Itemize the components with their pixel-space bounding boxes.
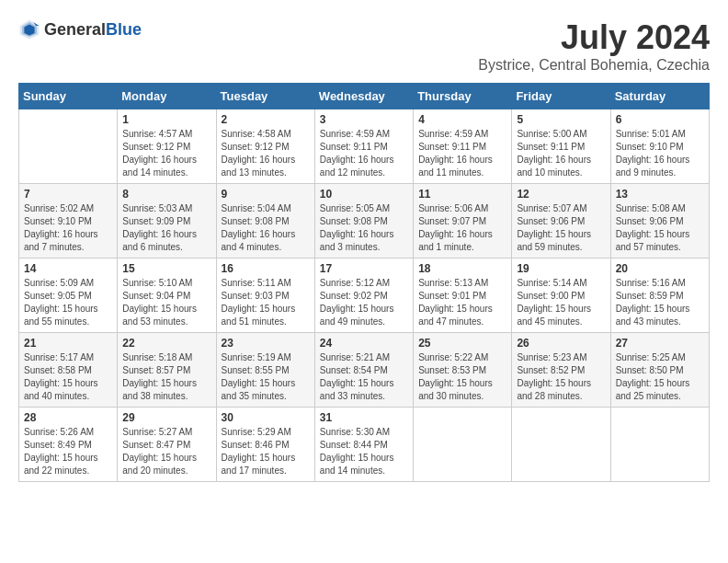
calendar-cell: 6Sunrise: 5:01 AM Sunset: 9:10 PM Daylig… xyxy=(610,109,709,184)
day-number: 15 xyxy=(122,262,210,275)
calendar-cell: 18Sunrise: 5:13 AM Sunset: 9:01 PM Dayli… xyxy=(414,259,512,333)
logo-text-general: General xyxy=(44,20,106,39)
calendar-cell: 21Sunrise: 5:17 AM Sunset: 8:58 PM Dayli… xyxy=(19,333,118,408)
calendar-cell: 3Sunrise: 4:59 AM Sunset: 9:11 PM Daylig… xyxy=(314,109,413,184)
calendar-header-row: SundayMondayTuesdayWednesdayThursdayFrid… xyxy=(19,84,710,109)
logo-text-blue: Blue xyxy=(106,20,142,39)
calendar-cell: 20Sunrise: 5:16 AM Sunset: 8:59 PM Dayli… xyxy=(610,259,709,333)
calendar-week-row: 28Sunrise: 5:26 AM Sunset: 8:49 PM Dayli… xyxy=(19,408,710,482)
location-subtitle: Bystrice, Central Bohemia, Czechia xyxy=(478,57,710,74)
calendar-week-row: 21Sunrise: 5:17 AM Sunset: 8:58 PM Dayli… xyxy=(19,333,710,408)
calendar-cell: 5Sunrise: 5:00 AM Sunset: 9:11 PM Daylig… xyxy=(512,109,610,184)
day-number: 20 xyxy=(616,262,704,275)
day-number: 25 xyxy=(418,337,506,350)
day-info: Sunrise: 4:57 AM Sunset: 9:12 PM Dayligh… xyxy=(122,128,210,179)
day-info: Sunrise: 5:16 AM Sunset: 8:59 PM Dayligh… xyxy=(616,277,704,328)
day-info: Sunrise: 5:27 AM Sunset: 8:47 PM Dayligh… xyxy=(122,426,210,477)
calendar-cell: 31Sunrise: 5:30 AM Sunset: 8:44 PM Dayli… xyxy=(314,408,413,482)
logo: GeneralBlue xyxy=(18,18,142,40)
calendar-cell: 14Sunrise: 5:09 AM Sunset: 9:05 PM Dayli… xyxy=(19,259,118,333)
calendar-cell: 9Sunrise: 5:04 AM Sunset: 9:08 PM Daylig… xyxy=(216,184,314,259)
day-info: Sunrise: 5:07 AM Sunset: 9:06 PM Dayligh… xyxy=(517,202,605,254)
calendar-table: SundayMondayTuesdayWednesdayThursdayFrid… xyxy=(18,83,710,482)
day-info: Sunrise: 5:11 AM Sunset: 9:03 PM Dayligh… xyxy=(222,277,310,328)
calendar-cell: 8Sunrise: 5:03 AM Sunset: 9:09 PM Daylig… xyxy=(118,184,216,259)
day-info: Sunrise: 5:04 AM Sunset: 9:08 PM Dayligh… xyxy=(222,202,310,254)
calendar-cell: 17Sunrise: 5:12 AM Sunset: 9:02 PM Dayli… xyxy=(314,259,413,333)
calendar-cell xyxy=(610,408,709,482)
calendar-cell: 28Sunrise: 5:26 AM Sunset: 8:49 PM Dayli… xyxy=(19,408,118,482)
calendar-cell: 25Sunrise: 5:22 AM Sunset: 8:53 PM Dayli… xyxy=(414,333,512,408)
day-info: Sunrise: 5:13 AM Sunset: 9:01 PM Dayligh… xyxy=(418,277,506,328)
day-number: 18 xyxy=(418,262,506,275)
day-info: Sunrise: 5:26 AM Sunset: 8:49 PM Dayligh… xyxy=(24,426,112,477)
calendar-week-row: 1Sunrise: 4:57 AM Sunset: 9:12 PM Daylig… xyxy=(19,109,710,184)
calendar-cell: 4Sunrise: 4:59 AM Sunset: 9:11 PM Daylig… xyxy=(414,109,512,184)
calendar-cell: 16Sunrise: 5:11 AM Sunset: 9:03 PM Dayli… xyxy=(216,259,314,333)
day-number: 2 xyxy=(222,113,310,126)
day-number: 26 xyxy=(517,337,605,350)
day-info: Sunrise: 5:14 AM Sunset: 9:00 PM Dayligh… xyxy=(517,277,605,328)
day-number: 5 xyxy=(517,113,605,126)
calendar-cell xyxy=(19,109,118,184)
day-number: 12 xyxy=(517,188,605,201)
day-number: 6 xyxy=(616,113,704,126)
day-info: Sunrise: 5:03 AM Sunset: 9:09 PM Dayligh… xyxy=(122,202,210,254)
day-info: Sunrise: 5:00 AM Sunset: 9:11 PM Dayligh… xyxy=(517,128,605,179)
day-number: 10 xyxy=(320,188,408,201)
day-info: Sunrise: 5:18 AM Sunset: 8:57 PM Dayligh… xyxy=(122,351,210,403)
day-number: 9 xyxy=(222,188,310,201)
calendar-week-row: 14Sunrise: 5:09 AM Sunset: 9:05 PM Dayli… xyxy=(19,259,710,333)
day-header-friday: Friday xyxy=(512,84,610,109)
day-info: Sunrise: 5:30 AM Sunset: 8:44 PM Dayligh… xyxy=(320,426,408,477)
day-info: Sunrise: 5:10 AM Sunset: 9:04 PM Dayligh… xyxy=(122,277,210,328)
day-number: 1 xyxy=(122,113,210,126)
calendar-cell xyxy=(414,408,512,482)
calendar-cell: 10Sunrise: 5:05 AM Sunset: 9:08 PM Dayli… xyxy=(314,184,413,259)
calendar-week-row: 7Sunrise: 5:02 AM Sunset: 9:10 PM Daylig… xyxy=(19,184,710,259)
day-header-sunday: Sunday xyxy=(19,84,118,109)
day-info: Sunrise: 5:09 AM Sunset: 9:05 PM Dayligh… xyxy=(24,277,112,328)
calendar-cell: 2Sunrise: 4:58 AM Sunset: 9:12 PM Daylig… xyxy=(216,109,314,184)
day-number: 8 xyxy=(122,188,210,201)
day-number: 13 xyxy=(616,188,704,201)
calendar-cell: 23Sunrise: 5:19 AM Sunset: 8:55 PM Dayli… xyxy=(216,333,314,408)
day-info: Sunrise: 5:01 AM Sunset: 9:10 PM Dayligh… xyxy=(616,128,704,179)
day-info: Sunrise: 5:12 AM Sunset: 9:02 PM Dayligh… xyxy=(320,277,408,328)
day-info: Sunrise: 5:02 AM Sunset: 9:10 PM Dayligh… xyxy=(24,202,112,254)
calendar-cell: 7Sunrise: 5:02 AM Sunset: 9:10 PM Daylig… xyxy=(19,184,118,259)
day-number: 17 xyxy=(320,262,408,275)
day-number: 21 xyxy=(24,337,112,350)
calendar-cell: 19Sunrise: 5:14 AM Sunset: 9:00 PM Dayli… xyxy=(512,259,610,333)
day-number: 29 xyxy=(122,411,210,424)
title-section: July 2024 Bystrice, Central Bohemia, Cze… xyxy=(478,18,710,74)
day-number: 23 xyxy=(222,337,310,350)
day-info: Sunrise: 5:25 AM Sunset: 8:50 PM Dayligh… xyxy=(616,351,704,403)
day-number: 14 xyxy=(24,262,112,275)
day-number: 3 xyxy=(320,113,408,126)
day-info: Sunrise: 5:23 AM Sunset: 8:52 PM Dayligh… xyxy=(517,351,605,403)
calendar-cell: 29Sunrise: 5:27 AM Sunset: 8:47 PM Dayli… xyxy=(118,408,216,482)
day-number: 16 xyxy=(222,262,310,275)
day-number: 28 xyxy=(24,411,112,424)
day-number: 27 xyxy=(616,337,704,350)
calendar-cell: 11Sunrise: 5:06 AM Sunset: 9:07 PM Dayli… xyxy=(414,184,512,259)
day-number: 30 xyxy=(222,411,310,424)
calendar-cell: 26Sunrise: 5:23 AM Sunset: 8:52 PM Dayli… xyxy=(512,333,610,408)
logo-icon xyxy=(18,18,40,40)
calendar-cell: 1Sunrise: 4:57 AM Sunset: 9:12 PM Daylig… xyxy=(118,109,216,184)
header: GeneralBlue July 2024 Bystrice, Central … xyxy=(18,18,710,74)
calendar-cell: 22Sunrise: 5:18 AM Sunset: 8:57 PM Dayli… xyxy=(118,333,216,408)
calendar-cell: 30Sunrise: 5:29 AM Sunset: 8:46 PM Dayli… xyxy=(216,408,314,482)
calendar-cell: 13Sunrise: 5:08 AM Sunset: 9:06 PM Dayli… xyxy=(610,184,709,259)
month-title: July 2024 xyxy=(478,18,710,57)
day-info: Sunrise: 5:06 AM Sunset: 9:07 PM Dayligh… xyxy=(418,202,506,254)
day-info: Sunrise: 4:58 AM Sunset: 9:12 PM Dayligh… xyxy=(222,128,310,179)
day-number: 22 xyxy=(122,337,210,350)
day-header-monday: Monday xyxy=(118,84,216,109)
calendar-cell xyxy=(512,408,610,482)
calendar-cell: 27Sunrise: 5:25 AM Sunset: 8:50 PM Dayli… xyxy=(610,333,709,408)
day-info: Sunrise: 5:05 AM Sunset: 9:08 PM Dayligh… xyxy=(320,202,408,254)
calendar-cell: 24Sunrise: 5:21 AM Sunset: 8:54 PM Dayli… xyxy=(314,333,413,408)
day-info: Sunrise: 4:59 AM Sunset: 9:11 PM Dayligh… xyxy=(418,128,506,179)
